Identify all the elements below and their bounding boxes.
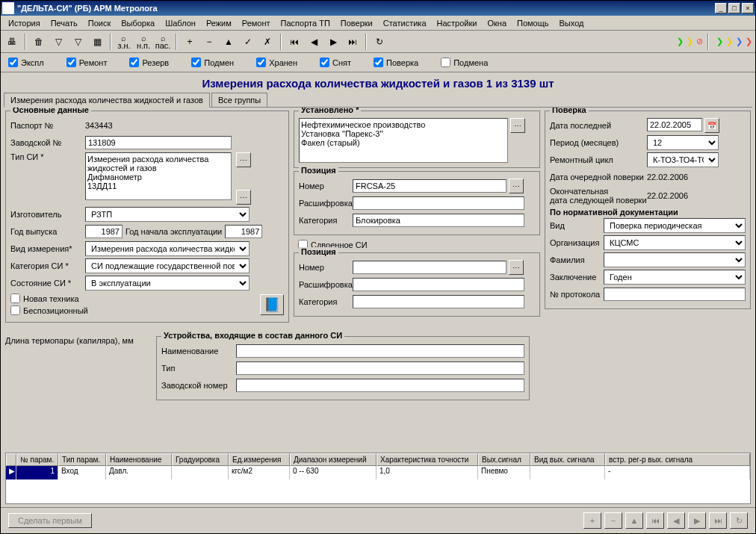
- ribbon-green-icon[interactable]: ❯: [677, 37, 684, 46]
- nav-add-icon[interactable]: +: [583, 512, 601, 529]
- ribbon2-blue-icon[interactable]: ❯: [736, 37, 743, 46]
- nav-refresh-icon[interactable]: ↻: [730, 512, 748, 529]
- filter-check[interactable]: Поверка: [374, 58, 418, 67]
- menu-settings[interactable]: Настройки: [433, 17, 482, 29]
- tab-all-groups[interactable]: Все группы: [211, 93, 267, 107]
- nav-last-icon[interactable]: ⏭: [709, 512, 727, 529]
- tb-last-icon[interactable]: ⏭: [344, 34, 361, 50]
- last-date-input[interactable]: [647, 118, 702, 131]
- tb-filter2-icon[interactable]: ▽: [69, 34, 86, 50]
- check-org-select[interactable]: КЦСМС: [604, 235, 746, 250]
- check-kind-select[interactable]: Поверка периодическая: [604, 218, 746, 233]
- ribbon2-green-icon[interactable]: ❯: [716, 37, 723, 46]
- menu-select[interactable]: Выборка: [117, 17, 159, 29]
- tb-edit-icon[interactable]: ▲: [220, 34, 237, 50]
- tb-zn[interactable]: ⌕з.н.: [116, 34, 132, 50]
- menu-stats[interactable]: Статистика: [379, 17, 431, 29]
- minimize-button[interactable]: _: [715, 3, 727, 13]
- pos1-desc-input[interactable]: [353, 196, 524, 210]
- kind-label: Вид измерения*: [10, 244, 85, 253]
- notebook-button[interactable]: 📘: [260, 294, 284, 315]
- nav-remove-icon[interactable]: −: [604, 512, 622, 529]
- pos2-num-input[interactable]: [353, 261, 506, 274]
- filter-reserve[interactable]: Резерв: [129, 58, 169, 67]
- device-factory-input[interactable]: [236, 379, 524, 392]
- forbid-icon[interactable]: ⊘: [696, 37, 703, 46]
- install-list[interactable]: Нефтехимическое производство Установка "…: [299, 118, 508, 163]
- tab-measurements[interactable]: Измерения расхода количества жидкостей и…: [4, 93, 210, 108]
- check-concl-select[interactable]: Годен: [604, 270, 746, 285]
- menu-windows[interactable]: Окна: [483, 17, 511, 29]
- new-tech-checkbox[interactable]: Новая техника: [10, 294, 88, 303]
- filter-replace[interactable]: Подмена: [441, 58, 488, 67]
- menu-help[interactable]: Помощь: [512, 17, 554, 29]
- tb-prev-icon[interactable]: ◀: [306, 34, 322, 50]
- ribbon2-yellow-icon[interactable]: ❯: [726, 37, 733, 46]
- pos2-lookup-button[interactable]: ⋯: [509, 260, 524, 275]
- kind-select[interactable]: Измерения расхода количества жидкостей: [85, 241, 250, 256]
- menu-repair[interactable]: Ремонт: [238, 17, 275, 29]
- factory-input[interactable]: [85, 136, 232, 149]
- menu-passports[interactable]: Паспорта ТП: [276, 17, 335, 29]
- cat-select[interactable]: СИ подлежащие государственной поверке: [85, 258, 250, 273]
- tb-refresh-icon[interactable]: ↻: [371, 34, 388, 50]
- menu-search[interactable]: Поиск: [84, 17, 115, 29]
- menu-mode[interactable]: Режим: [202, 17, 236, 29]
- state-select[interactable]: В эксплуатации: [85, 276, 250, 291]
- maker-select[interactable]: РЗТП: [85, 207, 250, 222]
- tb-first-icon[interactable]: ⏮: [286, 34, 303, 50]
- cycle-select[interactable]: К-ТО3-ТО4-ТО3-К: [647, 152, 719, 167]
- nav-edit-icon[interactable]: ▲: [625, 512, 643, 529]
- menu-exit[interactable]: Выход: [555, 17, 589, 29]
- check-fam-select[interactable]: [604, 252, 746, 267]
- tb-remove-icon[interactable]: −: [201, 34, 217, 50]
- year-input[interactable]: [85, 225, 123, 238]
- pos1-lookup-button[interactable]: ⋯: [509, 178, 524, 193]
- tb-delete-icon[interactable]: 🗑: [31, 34, 47, 50]
- maximize-button[interactable]: □: [728, 3, 740, 13]
- device-type-input[interactable]: [236, 361, 524, 375]
- tb-print-icon[interactable]: 🖶: [4, 34, 20, 50]
- tb-grid-icon[interactable]: ▦: [89, 34, 105, 50]
- tb-pas[interactable]: ⌕пас.: [155, 34, 171, 50]
- tb-add-icon[interactable]: +: [182, 34, 198, 50]
- ribbon-yellow-icon[interactable]: ❯: [687, 37, 693, 46]
- menu-checks[interactable]: Поверки: [336, 17, 377, 29]
- calendar-button[interactable]: 📅: [704, 118, 719, 133]
- type-lookup2-button[interactable]: ⋯: [236, 190, 251, 205]
- tb-next-icon[interactable]: ▶: [325, 34, 341, 50]
- tb-cancel-icon[interactable]: ✗: [259, 34, 276, 50]
- tb-check-icon[interactable]: ✓: [240, 34, 256, 50]
- filter-removed[interactable]: Снят: [320, 58, 351, 67]
- ribbon2-red-icon[interactable]: ❯: [746, 37, 752, 46]
- year2-input[interactable]: [225, 225, 262, 238]
- nopos-checkbox[interactable]: Беспозиционный: [10, 305, 88, 315]
- close-button[interactable]: ×: [742, 3, 754, 13]
- pos2-cat-input[interactable]: [353, 295, 524, 308]
- check-proto-input[interactable]: [604, 288, 746, 301]
- filter-stored[interactable]: Хранен: [256, 58, 297, 67]
- menu-template[interactable]: Шаблон: [161, 17, 200, 29]
- nav-first-icon[interactable]: ⏮: [646, 512, 664, 529]
- period-select[interactable]: 12: [647, 135, 719, 150]
- make-first-button[interactable]: Сделать первым: [8, 513, 92, 528]
- tb-filter-icon[interactable]: ▽: [50, 34, 66, 50]
- type-list[interactable]: Измерения расхода количества жидкостей и…: [85, 152, 232, 200]
- table-row[interactable]: ▶ 1 Вход Давл. кгс/м2 0 -- 630 1,0 Пневм…: [6, 466, 750, 479]
- pos2-desc-input[interactable]: [353, 278, 524, 291]
- filter-substitute[interactable]: Подмен: [191, 58, 234, 67]
- filter-repair[interactable]: Ремонт: [66, 58, 108, 67]
- type-lookup-button[interactable]: ⋯: [236, 152, 251, 167]
- nav-prev-icon[interactable]: ◀: [667, 512, 685, 529]
- install-lookup-button[interactable]: ⋯: [510, 118, 525, 133]
- page-title: Измерения расхода количества жидкостей и…: [1, 72, 755, 93]
- device-name-input[interactable]: [236, 344, 524, 358]
- pos1-num-input[interactable]: [353, 179, 506, 193]
- menu-history[interactable]: История: [4, 17, 45, 29]
- pos1-cat-input[interactable]: [353, 214, 524, 227]
- filter-expl[interactable]: Экспл: [8, 58, 44, 67]
- params-grid[interactable]: № парам. Тип парам. Наименование Градуир…: [5, 453, 751, 504]
- nav-next-icon[interactable]: ▶: [688, 512, 706, 529]
- tb-np[interactable]: ⌕н.п.: [135, 34, 152, 50]
- menu-print[interactable]: Печать: [46, 17, 82, 29]
